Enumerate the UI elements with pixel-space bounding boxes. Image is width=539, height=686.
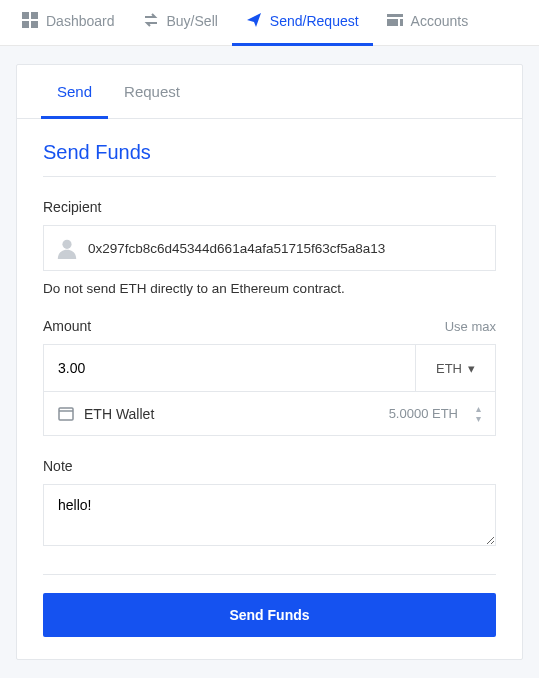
use-max-link[interactable]: Use max	[445, 319, 496, 334]
avatar-icon	[56, 237, 78, 259]
wallet-select[interactable]: ETH Wallet 5.0000 ETH ▴▾	[44, 391, 495, 435]
nav-dashboard-label: Dashboard	[46, 13, 115, 29]
amount-row: ETH ▾	[44, 345, 495, 391]
recipient-input[interactable]	[88, 241, 483, 256]
sort-icon: ▴▾	[476, 404, 481, 424]
chevron-down-icon: ▾	[468, 361, 475, 376]
nav-buysell[interactable]: Buy/Sell	[129, 0, 232, 46]
nav-dashboard[interactable]: Dashboard	[8, 0, 129, 46]
nav-sendrequest[interactable]: Send/Request	[232, 0, 373, 46]
svg-rect-0	[22, 12, 29, 19]
page-body: Send Request Send Funds Recipient Do not…	[0, 46, 539, 678]
nav-accounts[interactable]: Accounts	[373, 0, 483, 46]
send-card: Send Request Send Funds Recipient Do not…	[16, 64, 523, 660]
wallet-balance: 5.0000 ETH	[389, 406, 458, 421]
svg-rect-3	[31, 21, 38, 28]
wallet-icon	[58, 407, 74, 421]
svg-rect-4	[387, 14, 403, 17]
send-funds-button[interactable]: Send Funds	[43, 593, 496, 637]
amount-label: Amount	[43, 318, 91, 334]
tab-send[interactable]: Send	[41, 65, 108, 119]
svg-rect-1	[31, 12, 38, 19]
note-label: Note	[43, 458, 496, 474]
amount-input[interactable]	[44, 345, 415, 391]
svg-rect-8	[59, 408, 73, 420]
top-nav: Dashboard Buy/Sell Send/Request Accounts	[0, 0, 539, 46]
accounts-icon	[387, 12, 403, 31]
nav-buysell-label: Buy/Sell	[167, 13, 218, 29]
svg-rect-5	[387, 19, 398, 26]
currency-select[interactable]: ETH ▾	[415, 345, 495, 391]
tab-request[interactable]: Request	[108, 65, 196, 119]
svg-rect-2	[22, 21, 29, 28]
wallet-name: ETH Wallet	[84, 406, 379, 422]
amount-group: ETH ▾ ETH Wallet 5.0000 ETH ▴▾	[43, 344, 496, 436]
svg-point-7	[62, 240, 71, 249]
recipient-input-row	[43, 225, 496, 271]
recipient-label: Recipient	[43, 199, 496, 215]
send-icon	[246, 12, 262, 31]
swap-icon	[143, 12, 159, 31]
card-tabs: Send Request	[17, 65, 522, 119]
divider	[43, 574, 496, 575]
amount-label-row: Amount Use max	[43, 318, 496, 334]
svg-rect-6	[400, 19, 403, 26]
recipient-helper: Do not send ETH directly to an Ethereum …	[43, 281, 496, 296]
note-input[interactable]	[43, 484, 496, 546]
page-title: Send Funds	[43, 141, 496, 177]
dashboard-icon	[22, 12, 38, 31]
nav-accounts-label: Accounts	[411, 13, 469, 29]
currency-label: ETH	[436, 361, 462, 376]
card-body: Send Funds Recipient Do not send ETH dir…	[17, 119, 522, 659]
nav-sendrequest-label: Send/Request	[270, 13, 359, 29]
